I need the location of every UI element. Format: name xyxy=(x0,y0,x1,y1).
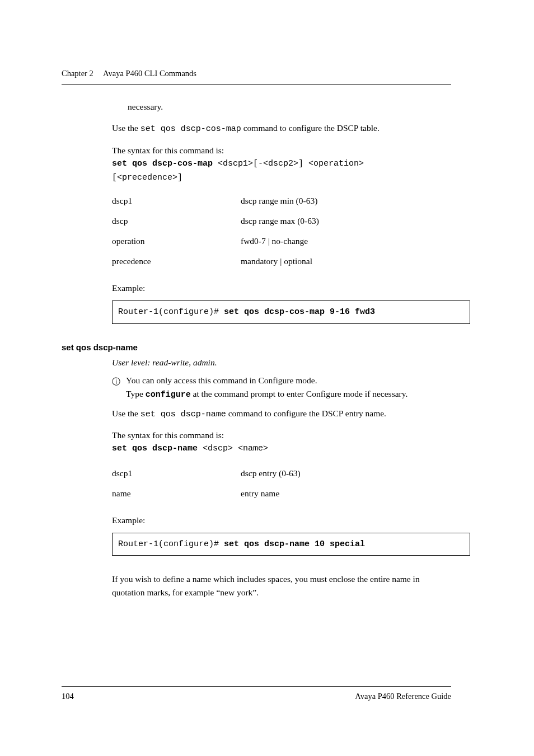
param-table-2: dscp1 dscp entry (0-63) name entry name xyxy=(112,463,301,504)
tail-para: If you wish to define a name which inclu… xyxy=(112,572,451,599)
intro-1a: Use the xyxy=(112,123,140,133)
doc-title: Avaya P460 Reference Guide xyxy=(355,690,451,702)
example-plain-1: Router-1(configure)# xyxy=(118,307,224,317)
syntax-lead-2: The syntax for this command is: xyxy=(112,429,451,442)
info-note: ⓘ You can only access this command in Co… xyxy=(112,374,451,401)
footer-rule xyxy=(62,686,451,687)
param-name: dscp xyxy=(112,211,241,231)
param-name: dscp1 xyxy=(112,191,241,211)
info-text: You can only access this command in Conf… xyxy=(126,374,451,401)
intro-cmd-2: set qos dscp-name xyxy=(140,410,226,419)
note-tail: necessary. xyxy=(128,100,451,114)
param-name: precedence xyxy=(112,251,241,271)
table-row: operation fwd0-7 | no-change xyxy=(112,231,319,251)
table-row: dscp dscp range max (0-63) xyxy=(112,211,319,231)
example-plain-2: Router-1(configure)# xyxy=(118,539,224,549)
syntax-line2: [<precedence>] xyxy=(112,171,451,184)
example-bold-1: set qos dcsp-cos-map 9-16 fwd3 xyxy=(224,307,375,317)
table-row: dscp1 dscp range min (0-63) xyxy=(112,191,319,211)
table-row: dscp1 dscp entry (0-63) xyxy=(112,463,301,483)
syntax-bold-2: set qos dscp-name xyxy=(112,444,198,453)
intro-1b: command to configure the DSCP table. xyxy=(241,123,380,133)
param-name: dscp1 xyxy=(112,463,241,483)
info-icon: ⓘ xyxy=(112,375,120,388)
note-line1: You can only access this command in Conf… xyxy=(126,375,317,385)
page-footer: 104 Avaya P460 Reference Guide xyxy=(62,686,451,702)
running-head: Chapter 2 Avaya P460 CLI Commands xyxy=(62,67,451,79)
user-level: User level: read-write, admin. xyxy=(112,356,451,369)
param-desc: mandatory | optional xyxy=(241,251,319,271)
syntax-bold-1: set qos dscp-cos-map xyxy=(112,159,213,168)
param-desc: entry name xyxy=(241,483,301,504)
example-label-1: Example: xyxy=(112,281,451,295)
param-desc: dscp range max (0-63) xyxy=(241,211,319,231)
syntax-rest-2: <dscp> <name> xyxy=(198,444,268,453)
intro-para-1: Use the set qos dscp-cos-map command to … xyxy=(112,121,451,135)
header-rule xyxy=(62,84,451,84)
note-line2b: at the command prompt to enter Configure… xyxy=(191,389,408,398)
intro-2b: command to configure the DSCP entry name… xyxy=(226,408,386,418)
example-box-2: Router-1(configure)# set qos dscp-name 1… xyxy=(112,533,470,556)
param-desc: dscp range min (0-63) xyxy=(241,191,319,211)
intro-cmd-1: set qos dscp-cos-map xyxy=(140,124,241,134)
param-desc: dscp entry (0-63) xyxy=(241,463,301,483)
example-bold-2: set qos dscp-name 10 special xyxy=(224,539,365,549)
param-name: operation xyxy=(112,231,241,251)
chapter-title: Avaya P460 CLI Commands xyxy=(103,69,196,78)
chapter-label: Chapter 2 xyxy=(62,69,93,78)
example-label-2: Example: xyxy=(112,514,451,527)
param-name: name xyxy=(112,483,241,504)
syntax-line-2: set qos dscp-name <dscp> <name> xyxy=(112,442,451,455)
syntax-rest-1: <dscp1>[-<dscp2>] <operation> xyxy=(213,159,364,168)
example-box-1: Router-1(configure)# set qos dcsp-cos-ma… xyxy=(112,300,470,323)
section-heading-2: set qos dscp-name xyxy=(62,341,451,354)
intro-para-2: Use the set qos dscp-name command to con… xyxy=(112,407,451,421)
syntax-lead-1: The syntax for this command is: xyxy=(112,144,451,157)
table-row: name entry name xyxy=(112,483,301,504)
intro-2a: Use the xyxy=(112,408,140,418)
page-number: 104 xyxy=(62,690,74,702)
note-line2-cmd: configure xyxy=(146,390,191,400)
param-desc: fwd0-7 | no-change xyxy=(241,231,319,251)
note-line2a: Type xyxy=(126,389,146,398)
syntax-line1: set qos dscp-cos-map <dscp1>[-<dscp2>] <… xyxy=(112,157,451,170)
table-row: precedence mandatory | optional xyxy=(112,251,319,271)
param-table-1: dscp1 dscp range min (0-63) dscp dscp ra… xyxy=(112,191,319,271)
